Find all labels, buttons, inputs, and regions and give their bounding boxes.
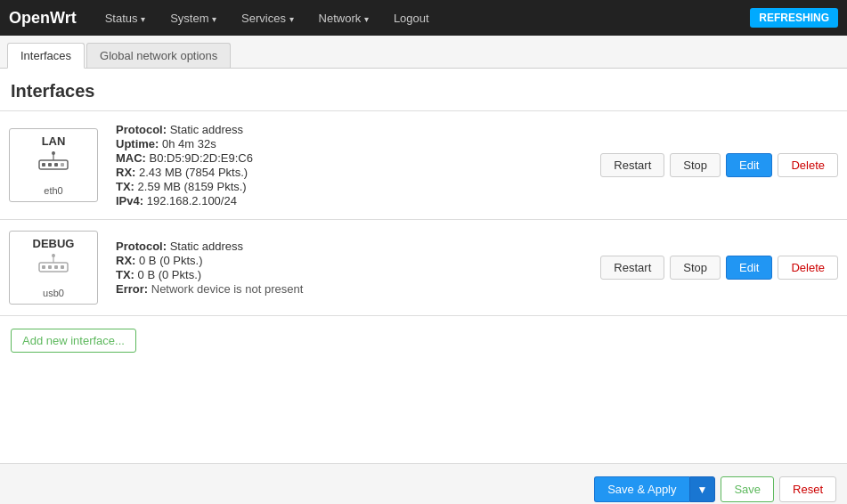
tab-bar: Interfaces Global network options [0, 36, 847, 69]
lan-action-buttons: Restart Stop Edit Delete [454, 153, 838, 177]
lan-mac-value: B0:D5:9D:2D:E9:C6 [150, 151, 253, 165]
lan-card-cell: LAN eth0 [0, 111, 107, 220]
lan-tx: TX: 2.59 MB (8159 Pkts.) [116, 180, 436, 193]
lan-rx-value: 2.43 MB (7854 Pkts.) [139, 166, 248, 179]
debug-tx-value: 0 B (0 Pkts.) [138, 268, 202, 281]
svg-rect-11 [61, 265, 64, 269]
lan-card: LAN eth0 [9, 128, 98, 202]
main-content: Interfaces Global network options Interf… [0, 36, 847, 463]
brand-logo: OpenWrt [9, 9, 77, 28]
lan-uptime: Uptime: 0h 4m 32s [116, 137, 436, 150]
nav-network[interactable]: Network ▾ [308, 6, 379, 30]
debug-rx-label: RX: [116, 254, 135, 267]
usb-icon [19, 254, 88, 284]
svg-rect-4 [61, 163, 64, 167]
services-caret: ▾ [289, 14, 294, 24]
lan-actions-cell: Restart Stop Edit Delete [445, 111, 847, 220]
save-button[interactable]: Save [721, 476, 774, 502]
debug-info-cell: Protocol: Static address RX: 0 B (0 Pkts… [107, 220, 445, 316]
debug-protocol-value: Static address [170, 240, 243, 253]
table-row: DEBUG usb0 [0, 220, 847, 316]
debug-error: Error: Network device is not present [116, 282, 436, 296]
network-caret: ▾ [364, 14, 369, 24]
lan-protocol: Protocol: Static address [116, 123, 436, 136]
svg-rect-9 [48, 265, 52, 269]
action-bar: Save & Apply ▼ Save Reset [0, 463, 847, 504]
table-row: LAN eth0 [0, 111, 847, 220]
debug-tx-label: TX: [116, 268, 134, 281]
interface-table: LAN eth0 [0, 110, 847, 316]
lan-tx-label: TX: [116, 180, 134, 193]
lan-rx-label: RX: [116, 166, 135, 179]
debug-tx: TX: 0 B (0 Pkts.) [116, 268, 436, 281]
lan-uptime-label: Uptime: [116, 137, 159, 150]
lan-ipv4-value: 192.168.2.100/24 [147, 194, 237, 207]
nav-system[interactable]: System ▾ [159, 6, 227, 30]
debug-card-cell: DEBUG usb0 [0, 220, 107, 316]
save-apply-group: Save & Apply ▼ [594, 476, 715, 502]
debug-device: usb0 [19, 288, 88, 298]
nav-menu: Status ▾ System ▾ Services ▾ Network ▾ L… [94, 6, 751, 30]
svg-point-6 [52, 151, 55, 155]
navbar: OpenWrt Status ▾ System ▾ Services ▾ Net… [0, 0, 847, 36]
save-apply-button[interactable]: Save & Apply [594, 476, 688, 502]
lan-info-cell: Protocol: Static address Uptime: 0h 4m 3… [107, 111, 445, 220]
lan-rx: RX: 2.43 MB (7854 Pkts.) [116, 166, 436, 179]
debug-edit-button[interactable]: Edit [726, 256, 772, 280]
add-interface-section: Add new interface... [0, 316, 847, 365]
debug-rx-value: 0 B (0 Pkts.) [139, 254, 203, 267]
debug-action-buttons: Restart Stop Edit Delete [454, 256, 838, 280]
lan-stop-button[interactable]: Stop [670, 153, 721, 177]
reset-button[interactable]: Reset [779, 476, 836, 502]
lan-delete-button[interactable]: Delete [778, 153, 838, 177]
debug-rx: RX: 0 B (0 Pkts.) [116, 254, 436, 267]
lan-restart-button[interactable]: Restart [600, 153, 664, 177]
debug-protocol: Protocol: Static address [116, 240, 436, 253]
lan-device: eth0 [19, 185, 88, 196]
debug-restart-button[interactable]: Restart [600, 256, 664, 280]
save-apply-dropdown-button[interactable]: ▼ [689, 476, 716, 502]
network-icon [19, 151, 88, 182]
lan-tx-value: 2.59 MB (8159 Pkts.) [138, 180, 247, 193]
tab-interfaces[interactable]: Interfaces [7, 43, 85, 69]
status-caret: ▾ [141, 14, 145, 24]
debug-protocol-label: Protocol: [116, 240, 167, 253]
debug-name: DEBUG [19, 237, 88, 250]
svg-rect-3 [54, 163, 58, 167]
lan-name: LAN [19, 134, 88, 148]
svg-point-13 [52, 254, 55, 257]
debug-error-value: Network device is not present [151, 282, 304, 296]
lan-mac: MAC: B0:D5:9D:2D:E9:C6 [116, 151, 436, 165]
debug-delete-button[interactable]: Delete [778, 256, 838, 280]
nav-logout[interactable]: Logout [383, 6, 440, 30]
lan-edit-button[interactable]: Edit [726, 153, 772, 177]
debug-stop-button[interactable]: Stop [670, 256, 721, 280]
svg-rect-10 [54, 265, 58, 269]
lan-protocol-value: Static address [170, 123, 243, 136]
refresh-badge: REFRESHING [750, 8, 838, 28]
nav-services[interactable]: Services ▾ [231, 6, 304, 30]
svg-rect-2 [48, 163, 52, 167]
lan-ipv4-label: IPv4: [116, 194, 143, 207]
lan-mac-label: MAC: [116, 151, 146, 165]
system-caret: ▾ [212, 14, 216, 24]
lan-protocol-label: Protocol: [116, 123, 167, 136]
debug-actions-cell: Restart Stop Edit Delete [445, 220, 847, 316]
page-title: Interfaces [0, 69, 847, 110]
lan-uptime-value: 0h 4m 32s [162, 137, 216, 150]
add-interface-button[interactable]: Add new interface... [11, 329, 136, 353]
lan-ipv4: IPv4: 192.168.2.100/24 [116, 194, 436, 207]
tab-global-network-options[interactable]: Global network options [86, 43, 231, 68]
svg-rect-1 [42, 163, 45, 167]
debug-error-label: Error: [116, 282, 148, 296]
svg-rect-8 [42, 265, 45, 269]
debug-card: DEBUG usb0 [9, 231, 98, 305]
nav-status[interactable]: Status ▾ [94, 6, 156, 30]
